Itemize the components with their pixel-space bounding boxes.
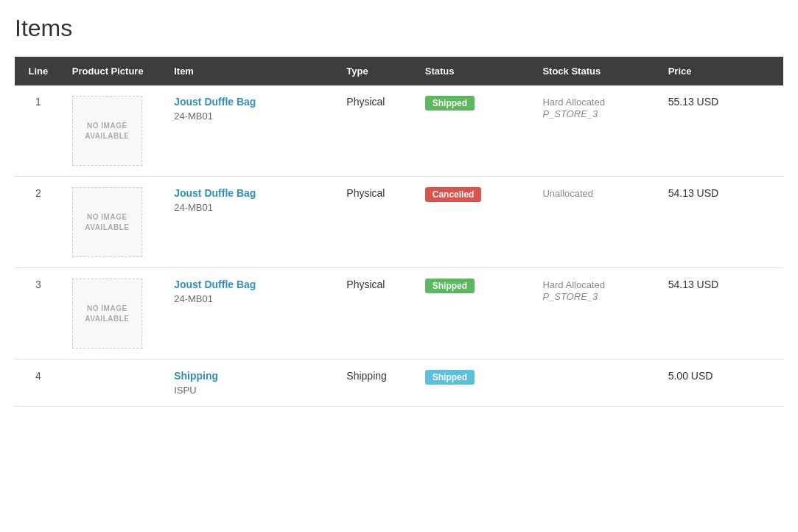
price-text: 55.13 USD bbox=[668, 96, 718, 108]
row-line: 3 bbox=[15, 268, 62, 360]
col-header-extra bbox=[752, 57, 783, 85]
stock-store: P_STORE_3 bbox=[542, 291, 598, 302]
row-status: Shipped bbox=[415, 85, 533, 177]
row-status: Cancelled bbox=[415, 177, 533, 268]
col-header-type: Type bbox=[336, 57, 414, 85]
row-extra bbox=[752, 360, 783, 407]
page-title: Items bbox=[15, 15, 783, 42]
row-item: Joust Duffle Bag 24-MB01 bbox=[164, 177, 336, 268]
no-image-placeholder: NO IMAGE AVAILABLE bbox=[72, 96, 142, 166]
row-line: 1 bbox=[15, 85, 62, 177]
item-name-link[interactable]: Joust Duffle Bag bbox=[174, 187, 256, 199]
no-image-placeholder: NO IMAGE AVAILABLE bbox=[72, 279, 142, 349]
item-sku: 24-MB01 bbox=[174, 202, 326, 213]
row-price: 54.13 USD bbox=[658, 268, 752, 360]
row-picture: NO IMAGE AVAILABLE bbox=[62, 268, 164, 360]
row-picture: NO IMAGE AVAILABLE bbox=[62, 85, 164, 177]
stock-status-text: Unallocated bbox=[542, 188, 593, 199]
col-header-price: Price bbox=[658, 57, 752, 85]
col-header-status: Status bbox=[415, 57, 533, 85]
items-table: Line Product Picture Item Type Status St… bbox=[15, 57, 783, 407]
item-name-link[interactable]: Joust Duffle Bag bbox=[174, 96, 256, 108]
row-type: Physical bbox=[336, 177, 414, 268]
row-type: Physical bbox=[336, 268, 414, 360]
price-text: 54.13 USD bbox=[668, 187, 718, 199]
status-badge: Shipped bbox=[425, 370, 475, 385]
row-extra bbox=[752, 268, 783, 360]
table-row: 3 NO IMAGE AVAILABLE Joust Duffle Bag 24… bbox=[15, 268, 783, 360]
row-price: 54.13 USD bbox=[658, 177, 752, 268]
row-stock-status: Hard AllocatedP_STORE_3 bbox=[532, 85, 657, 177]
status-badge: Cancelled bbox=[425, 187, 482, 202]
stock-status-text: Hard AllocatedP_STORE_3 bbox=[542, 97, 605, 119]
price-text: 54.13 USD bbox=[668, 279, 718, 290]
row-picture bbox=[62, 360, 164, 407]
row-price: 5.00 USD bbox=[658, 360, 752, 407]
row-stock-status: Hard AllocatedP_STORE_3 bbox=[532, 268, 657, 360]
row-type: Physical bbox=[336, 85, 414, 177]
row-extra bbox=[752, 85, 783, 177]
col-header-picture: Product Picture bbox=[62, 57, 164, 85]
col-header-item: Item bbox=[164, 57, 336, 85]
item-sku: ISPU bbox=[174, 385, 326, 396]
col-header-stock-status: Stock Status bbox=[532, 57, 657, 85]
row-stock-status bbox=[532, 360, 657, 407]
item-sku: 24-MB01 bbox=[174, 293, 326, 304]
item-name-link[interactable]: Joust Duffle Bag bbox=[174, 279, 256, 290]
stock-store: P_STORE_3 bbox=[542, 108, 598, 119]
row-line: 4 bbox=[15, 360, 62, 407]
status-badge: Shipped bbox=[425, 279, 475, 293]
row-line: 2 bbox=[15, 177, 62, 268]
row-item: Joust Duffle Bag 24-MB01 bbox=[164, 268, 336, 360]
row-item: Shipping ISPU bbox=[164, 360, 336, 407]
table-row: 1 NO IMAGE AVAILABLE Joust Duffle Bag 24… bbox=[15, 85, 783, 177]
row-item: Joust Duffle Bag 24-MB01 bbox=[164, 85, 336, 177]
row-status: Shipped bbox=[415, 360, 533, 407]
page-container: Items Line Product Picture Item Type Sta… bbox=[0, 0, 798, 532]
row-extra bbox=[752, 177, 783, 268]
row-picture: NO IMAGE AVAILABLE bbox=[62, 177, 164, 268]
status-badge: Shipped bbox=[425, 96, 475, 111]
no-image-placeholder: NO IMAGE AVAILABLE bbox=[72, 187, 142, 257]
table-row: 4 Shipping ISPU Shipping Shipped 5.00 US… bbox=[15, 360, 783, 407]
row-type: Shipping bbox=[336, 360, 414, 407]
col-header-line: Line bbox=[15, 57, 62, 85]
row-status: Shipped bbox=[415, 268, 533, 360]
stock-status-text: Hard AllocatedP_STORE_3 bbox=[542, 279, 605, 302]
table-header-row: Line Product Picture Item Type Status St… bbox=[15, 57, 783, 85]
item-name-link[interactable]: Shipping bbox=[174, 370, 218, 382]
row-stock-status: Unallocated bbox=[532, 177, 657, 268]
item-sku: 24-MB01 bbox=[174, 111, 326, 122]
price-text: 5.00 USD bbox=[668, 370, 713, 382]
row-price: 55.13 USD bbox=[658, 85, 752, 177]
table-row: 2 NO IMAGE AVAILABLE Joust Duffle Bag 24… bbox=[15, 177, 783, 268]
